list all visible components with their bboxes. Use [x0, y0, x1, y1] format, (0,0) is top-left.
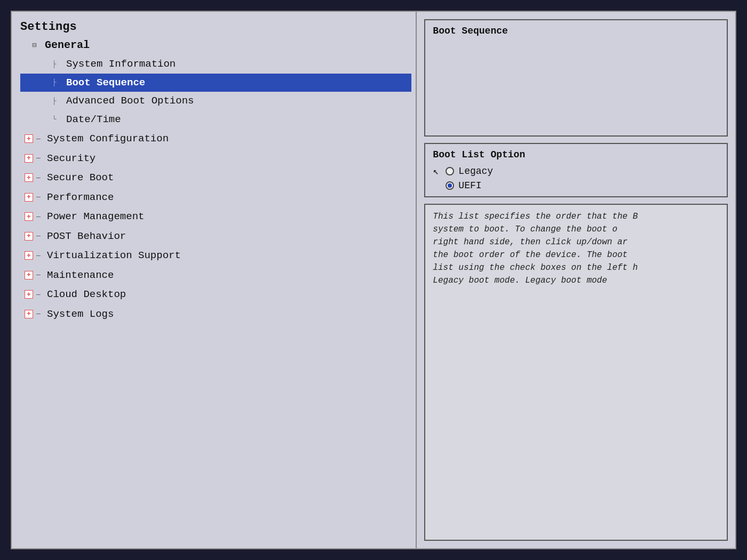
security-label: Security	[47, 151, 96, 166]
date-time-label: Date/Time	[66, 112, 121, 127]
general-label: General	[45, 37, 90, 53]
left-panel: Settings ⊟ General ├ System Information …	[12, 12, 417, 548]
right-panel: Boot Sequence Boot List Option ↖ Legacy …	[417, 12, 735, 548]
legacy-radio-circle[interactable]	[446, 167, 454, 175]
performance-label: Performance	[47, 190, 114, 205]
expand-system-logs-icon[interactable]: +	[25, 310, 33, 318]
tree-item-security[interactable]: + — Security	[20, 149, 411, 168]
description-panel: This list specifies the order that the B…	[424, 204, 728, 541]
expand-performance-icon[interactable]: +	[25, 193, 33, 202]
post-behavior-label: POST Behavior	[47, 229, 126, 244]
power-management-label: Power Management	[47, 209, 144, 225]
bios-container: Settings ⊟ General ├ System Information …	[11, 11, 736, 549]
expand-power-management-icon[interactable]: +	[25, 212, 33, 221]
tree-item-secure-boot[interactable]: + — Secure Boot	[20, 169, 411, 187]
tree-item-post-behavior[interactable]: + — POST Behavior	[20, 227, 411, 246]
tree-item-system-logs[interactable]: + — System Logs	[20, 305, 411, 324]
general-section: ⊟ General ├ System Information ├ Boot Se…	[20, 36, 411, 129]
boot-sequence-label: Boot Sequence	[66, 75, 145, 91]
tree-item-system-information[interactable]: ├ System Information	[20, 55, 411, 74]
tree-item-boot-sequence[interactable]: ├ Boot Sequence	[20, 74, 411, 92]
expand-virtualization-support-icon[interactable]: +	[25, 251, 33, 260]
tree-item-system-configuration[interactable]: + — System Configuration	[20, 130, 411, 148]
legacy-radio-item[interactable]: ↖ Legacy	[433, 165, 719, 177]
virtualization-support-label: Virtualization Support	[47, 248, 181, 263]
secure-boot-label: Secure Boot	[47, 170, 114, 186]
legacy-cursor-icon: ↖	[433, 165, 441, 177]
boot-list-option-panel: Boot List Option ↖ Legacy UEFI	[424, 143, 728, 197]
description-text: This list specifies the order that the B…	[433, 210, 719, 287]
legacy-radio-label: Legacy	[458, 166, 493, 177]
boot-list-option-title: Boot List Option	[433, 149, 719, 160]
system-information-label: System Information	[66, 57, 176, 72]
system-configuration-label: System Configuration	[47, 131, 169, 147]
cloud-desktop-label: Cloud Desktop	[47, 287, 126, 302]
boot-list-radio-group: ↖ Legacy UEFI	[433, 165, 719, 191]
tree-item-performance[interactable]: + — Performance	[20, 188, 411, 207]
uefi-radio-label: UEFI	[458, 180, 481, 191]
boot-sequence-title: Boot Sequence	[433, 26, 719, 36]
system-logs-label: System Logs	[47, 307, 114, 322]
tree-item-power-management[interactable]: + — Power Management	[20, 207, 411, 226]
uefi-radio-circle[interactable]	[446, 181, 454, 190]
maintenance-label: Maintenance	[47, 268, 114, 283]
tree-item-maintenance[interactable]: + — Maintenance	[20, 266, 411, 285]
tree-item-virtualization-support[interactable]: + — Virtualization Support	[20, 246, 411, 265]
expand-secure-boot-icon[interactable]: +	[25, 173, 33, 182]
expand-maintenance-icon[interactable]: +	[25, 271, 33, 279]
tree-item-cloud-desktop[interactable]: + — Cloud Desktop	[20, 285, 411, 304]
settings-root-label: Settings	[20, 20, 411, 34]
expand-cloud-desktop-icon[interactable]: +	[25, 290, 33, 299]
tree-item-advanced-boot-options[interactable]: ├ Advanced Boot Options	[20, 92, 411, 110]
tree-item-general[interactable]: ⊟ General	[20, 36, 411, 55]
boot-sequence-panel: Boot Sequence	[424, 19, 728, 137]
expand-system-configuration-icon[interactable]: +	[25, 134, 33, 143]
uefi-radio-item[interactable]: UEFI	[433, 180, 719, 191]
tree-item-date-time[interactable]: └ Date/Time	[20, 110, 411, 129]
expand-post-behavior-icon[interactable]: +	[25, 232, 33, 241]
expand-security-icon[interactable]: +	[25, 154, 33, 163]
advanced-boot-options-label: Advanced Boot Options	[66, 93, 194, 109]
